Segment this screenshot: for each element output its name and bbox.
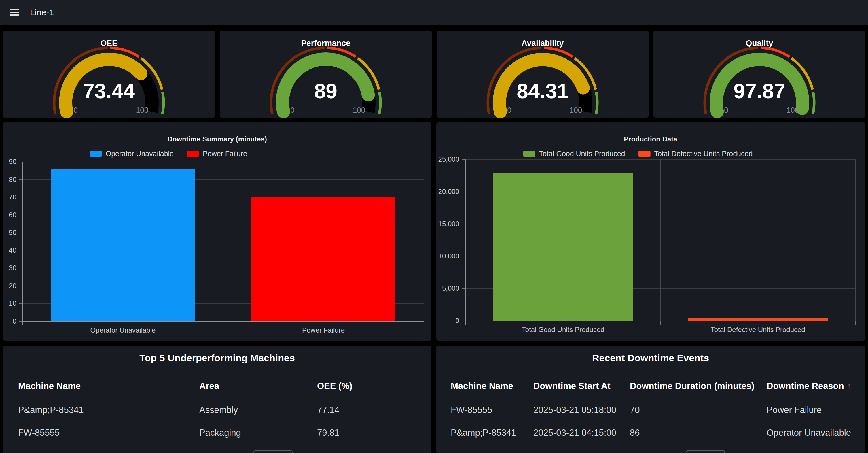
x-category-label: Total Defective Units Produced — [661, 325, 856, 334]
dashboard-title: Line-1 — [30, 0, 54, 25]
top-bar: Line-1 — [0, 0, 868, 25]
column-header-label: OEE (%) — [317, 381, 352, 392]
sort-ascending-icon: ↑ — [847, 381, 851, 392]
x-axis-line — [465, 321, 856, 321]
bar — [493, 174, 633, 321]
table-cell: FW-85555 — [18, 427, 60, 438]
y-axis-line — [23, 162, 23, 325]
y-tick-label: 25,000 — [436, 155, 459, 164]
category-separator-line — [424, 162, 424, 321]
y-tick-label: 10,000 — [436, 252, 459, 261]
table-cell: FW-85555 — [451, 404, 492, 416]
x-axis-tick — [855, 321, 856, 325]
y-tick-label: 5,000 — [436, 284, 459, 293]
x-axis-tick — [660, 321, 661, 325]
column-header-label: Machine Name — [18, 381, 81, 392]
gauge-min-label: 0 — [73, 106, 78, 114]
pagination-button[interactable] — [686, 450, 725, 453]
category-separator-line — [855, 159, 856, 321]
gauge-max-label: 100 — [570, 106, 582, 114]
bar — [51, 169, 195, 321]
category-separator-line — [660, 159, 661, 321]
x-axis-line — [23, 321, 424, 322]
gauge-svg: 010073.44 — [3, 31, 215, 118]
y-tick-label: 60 — [3, 211, 17, 219]
gauge-threshold-arc — [379, 92, 380, 114]
panel-recent-downtime-events: Recent Downtime Events Machine NameDownt… — [436, 345, 865, 453]
gauge-threshold-arc — [596, 92, 597, 114]
y-tick-label: 80 — [3, 175, 17, 184]
underperforming-machines-table: Machine NameAreaOEE (%)P&amp;P-85341Asse… — [3, 345, 431, 453]
row-separator — [443, 421, 858, 421]
downtime-bar-chart: 0102030405060708090Operator UnavailableP… — [3, 122, 431, 341]
column-header-label: Machine Name — [451, 381, 513, 392]
y-tick-label: 30 — [3, 264, 17, 272]
panel-downtime-summary: Downtime Summary (minutes) Operator Unav… — [3, 122, 431, 341]
column-header[interactable]: Machine Name — [451, 381, 513, 392]
gauge-value-text: 84.31 — [517, 80, 568, 102]
y-tick-label: 15,000 — [436, 219, 459, 228]
y-tick-label: 70 — [3, 193, 17, 202]
panel-oee: OEE 010073.44 — [3, 31, 215, 118]
row-separator — [10, 421, 425, 421]
pagination-button[interactable] — [253, 450, 292, 453]
bar — [688, 318, 828, 321]
y-axis-line — [465, 159, 466, 325]
table-cell: Assembly — [199, 404, 238, 416]
quality-gauge: 010097.87 — [653, 31, 865, 118]
column-header-label: Downtime Reason — [767, 381, 844, 392]
table-cell: 79.81 — [317, 427, 340, 438]
gauge-value-text: 89 — [314, 80, 337, 102]
table-cell: P&amp;P-85341 — [18, 404, 84, 416]
y-tick-label: 0 — [436, 316, 459, 325]
menu-button[interactable] — [7, 6, 21, 19]
y-tick-label: 40 — [3, 246, 17, 255]
production-bar-chart: 05,00010,00015,00020,00025,000Total Good… — [436, 122, 865, 341]
gauge-max-label: 100 — [353, 106, 365, 114]
gauge-svg: 010097.87 — [653, 31, 865, 118]
table-cell: 86 — [630, 427, 640, 438]
table-cell: Packaging — [199, 427, 241, 438]
panel-production-data: Production Data Total Good Units Produce… — [436, 122, 865, 341]
performance-gauge: 010089 — [220, 31, 432, 118]
column-header[interactable]: Downtime Reason↑ — [767, 381, 851, 392]
column-header-label: Area — [199, 381, 219, 392]
gauge-min-label: 0 — [724, 106, 728, 114]
gauge-min-label: 0 — [507, 106, 511, 114]
recent-downtime-events-table: Machine NameDowntime Start AtDowntime Du… — [436, 345, 865, 453]
gauge-svg: 010084.31 — [437, 31, 649, 118]
oee-gauge: 010073.44 — [3, 31, 215, 118]
y-tick-label: 20,000 — [436, 187, 459, 196]
bar — [251, 197, 395, 321]
table-cell: 70 — [630, 404, 640, 416]
x-axis-tick — [223, 322, 223, 325]
table-cell: Power Failure — [767, 404, 822, 416]
panel-availability: Availability 010084.31 — [437, 31, 649, 118]
table-cell: 2025-03-21 05:18:00 — [533, 404, 616, 416]
y-tick-label: 0 — [3, 317, 17, 326]
x-axis-tick — [424, 322, 424, 325]
category-separator-line — [223, 162, 223, 321]
table-cell: P&amp;P-85341 — [451, 427, 516, 438]
column-header[interactable]: Downtime Duration (minutes) — [630, 381, 754, 392]
gauge-max-label: 100 — [136, 106, 148, 114]
gauge-value-text: 73.44 — [83, 80, 135, 102]
x-category-label: Power Failure — [223, 326, 424, 335]
column-header[interactable]: Area — [199, 381, 219, 392]
panel-underperforming-machines: Top 5 Underperforming Machines Machine N… — [3, 345, 431, 453]
availability-gauge: 010084.31 — [437, 31, 649, 118]
column-header-label: Downtime Start At — [533, 381, 611, 392]
y-tick-label: 90 — [3, 157, 17, 166]
gauge-svg: 010089 — [220, 31, 432, 118]
column-header[interactable]: OEE (%) — [317, 381, 352, 392]
y-tick-label: 50 — [3, 228, 17, 237]
column-header[interactable]: Downtime Start At — [533, 381, 611, 392]
gauge-value-text: 97.87 — [734, 80, 785, 102]
gauge-max-label: 100 — [786, 106, 799, 114]
hamburger-menu-icon — [10, 9, 19, 16]
table-cell: 77.14 — [317, 404, 340, 416]
table-cell: Operator Unavailable — [767, 427, 851, 438]
x-category-label: Operator Unavailable — [23, 326, 223, 335]
column-header[interactable]: Machine Name — [18, 381, 81, 392]
panel-performance: Performance 010089 — [220, 31, 432, 118]
